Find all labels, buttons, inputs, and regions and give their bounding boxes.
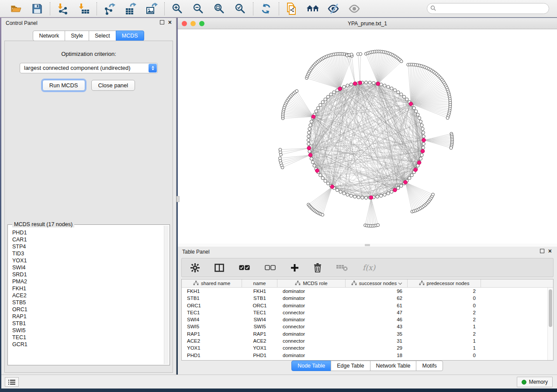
tab-network[interactable]: Network xyxy=(33,31,65,41)
table-row[interactable]: YOX1YOX1connector291 xyxy=(182,344,547,351)
result-list-item[interactable]: RAP1 xyxy=(12,313,160,320)
delete-table-icon[interactable] xyxy=(336,264,348,271)
zoom-fit-icon[interactable] xyxy=(213,2,226,15)
table-row[interactable]: ACE2ACE2connector311 xyxy=(182,337,547,344)
delete-column-icon[interactable] xyxy=(314,263,322,272)
float-panel-icon[interactable] xyxy=(540,249,544,253)
column-header-shared-name[interactable]: shared name xyxy=(182,279,242,287)
result-list-item[interactable]: GCR1 xyxy=(12,341,160,348)
table-tabs: Node TableEdge TableNetwork TableMotifs xyxy=(178,361,557,371)
export-table-icon[interactable] xyxy=(124,2,137,15)
table-cell: PHD1 xyxy=(242,352,277,359)
result-list-item[interactable]: SWI4 xyxy=(12,264,160,271)
column-header-filler xyxy=(481,279,547,287)
table-cell: 62 xyxy=(346,295,408,302)
split-columns-icon[interactable] xyxy=(214,264,224,272)
show-all-icon[interactable] xyxy=(348,2,361,15)
table-row[interactable]: RAP1RAP1dominator352 xyxy=(182,330,547,337)
hide-selected-icon[interactable] xyxy=(327,2,340,15)
table-scrollbar[interactable] xyxy=(547,288,553,360)
close-panel-button[interactable]: Close panel xyxy=(91,80,135,91)
tab-network-table[interactable]: Network Table xyxy=(370,361,417,371)
table-cell: SWI5 xyxy=(182,323,242,330)
network-graph[interactable] xyxy=(178,29,557,244)
table-cell: PHD1 xyxy=(182,352,242,359)
network-titlebar[interactable]: YPA_prune.txt_1 xyxy=(178,18,557,29)
result-list-item[interactable]: STB5 xyxy=(12,299,160,306)
result-list-item[interactable]: SRD1 xyxy=(12,271,160,278)
table-row[interactable]: STB1STB1dominator620 xyxy=(182,295,547,302)
result-list-item[interactable]: PMA2 xyxy=(12,278,160,285)
column-label: name xyxy=(253,281,266,286)
result-list-item[interactable]: ACE2 xyxy=(12,292,160,299)
table-row[interactable]: SWI4SWI4dominator462 xyxy=(182,316,547,323)
import-network-icon[interactable] xyxy=(56,2,69,15)
import-table-icon[interactable] xyxy=(77,2,90,15)
select-all-icon[interactable] xyxy=(239,265,250,270)
zoom-selected-icon[interactable] xyxy=(234,2,247,15)
zoom-in-icon[interactable] xyxy=(171,2,184,15)
table-header: shared namenameMCDS rolesuccessor nodesp… xyxy=(182,279,553,288)
table-cell: 29 xyxy=(346,344,408,351)
result-list-item[interactable]: PHD1 xyxy=(12,229,160,236)
search-input[interactable] xyxy=(427,3,549,14)
show-panels-button[interactable] xyxy=(5,377,19,387)
select-stepper-icon xyxy=(149,64,157,72)
result-list-item[interactable]: STB1 xyxy=(12,320,160,327)
save-session-icon[interactable] xyxy=(31,2,44,15)
column-header-successor-nodes[interactable]: successor nodes xyxy=(346,279,408,287)
result-list-item[interactable]: FKH1 xyxy=(12,285,160,292)
table-cell: connector xyxy=(277,344,346,351)
result-list-item[interactable]: STP4 xyxy=(12,243,160,250)
result-scrollbar[interactable] xyxy=(164,226,169,364)
export-image-icon[interactable] xyxy=(145,2,158,15)
mcds-result-list[interactable]: PHD1CAR1STP4TID3YOX1SWI4SRD1PMA2FKH1ACE2… xyxy=(9,228,163,364)
settings-icon[interactable] xyxy=(190,263,200,272)
table-row[interactable]: ORC1ORC1dominator610 xyxy=(182,302,547,309)
close-panel-icon[interactable]: × xyxy=(548,249,552,253)
tab-edge-table[interactable]: Edge Table xyxy=(331,361,370,371)
memory-label: Memory xyxy=(529,379,548,385)
export-network-icon[interactable] xyxy=(103,2,116,15)
tab-node-table[interactable]: Node Table xyxy=(291,361,331,371)
close-panel-icon[interactable]: × xyxy=(168,20,172,24)
table-cell: connector xyxy=(277,323,346,330)
column-header-MCDS-role[interactable]: MCDS role xyxy=(277,279,346,287)
horizontal-splitter[interactable] xyxy=(178,244,557,247)
table-cell: connector xyxy=(277,337,346,344)
result-list-item[interactable]: SWI5 xyxy=(12,327,160,334)
table-cell: SWI5 xyxy=(242,323,277,330)
memory-button[interactable]: Memory xyxy=(517,377,553,387)
mcds-result-box: MCDS result (17 nodes) PHD1CAR1STP4TID3Y… xyxy=(7,224,170,365)
table-row[interactable]: FKH1FKH1dominator962 xyxy=(182,288,547,295)
copy-style-icon[interactable] xyxy=(285,2,298,15)
open-file-icon[interactable] xyxy=(10,2,23,15)
add-column-icon[interactable] xyxy=(291,264,299,272)
result-list-item[interactable]: TEC1 xyxy=(12,334,160,341)
column-header-predecessor-nodes[interactable]: predecessor nodes xyxy=(408,279,481,287)
run-mcds-button[interactable]: Run MCDS xyxy=(42,80,85,91)
tab-mcds[interactable]: MCDS xyxy=(116,31,144,41)
deselect-all-icon[interactable] xyxy=(265,265,276,270)
table-row[interactable]: PHD1PHD1dominator180 xyxy=(182,352,547,359)
result-list-item[interactable]: CAR1 xyxy=(12,236,160,243)
column-header-name[interactable]: name xyxy=(242,279,277,287)
first-neighbors-icon[interactable] xyxy=(306,2,319,15)
table-row[interactable]: SWI5SWI5connector431 xyxy=(182,323,547,330)
tab-style[interactable]: Style xyxy=(65,31,89,41)
optimization-select[interactable]: largest connected component (undirected) xyxy=(20,63,158,73)
float-panel-icon[interactable] xyxy=(160,20,164,24)
result-list-item[interactable]: YOX1 xyxy=(12,257,160,264)
vertical-splitter-grip[interactable] xyxy=(176,196,180,202)
network-canvas[interactable] xyxy=(178,29,557,244)
result-list-item[interactable]: TID3 xyxy=(12,250,160,257)
result-list-item[interactable]: ORC1 xyxy=(12,306,160,313)
function-builder-icon[interactable]: f(x) xyxy=(363,263,375,272)
tab-motifs[interactable]: Motifs xyxy=(416,361,443,371)
column-label: shared name xyxy=(201,281,230,286)
tab-select[interactable]: Select xyxy=(89,31,116,41)
table-row[interactable]: TEC1TEC1connector472 xyxy=(182,309,547,316)
zoom-out-icon[interactable] xyxy=(192,2,205,15)
table-cell: ORC1 xyxy=(182,302,242,309)
refresh-icon[interactable] xyxy=(259,2,273,15)
